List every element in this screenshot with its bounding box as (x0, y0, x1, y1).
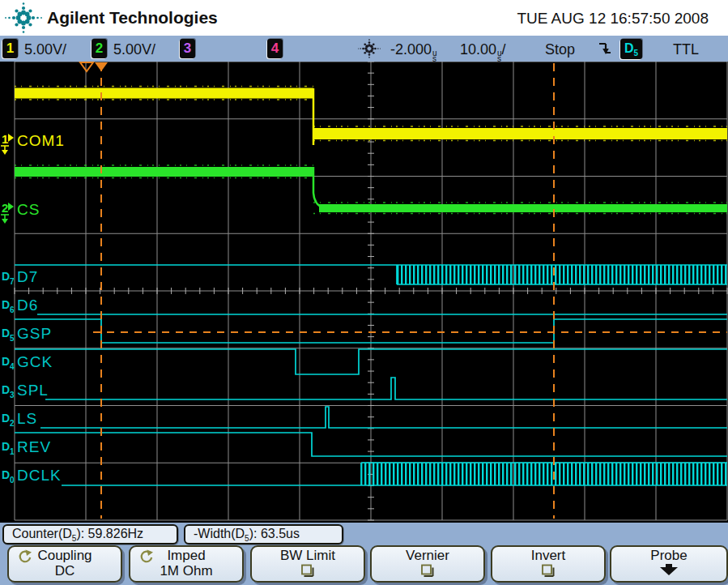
svg-text:7: 7 (10, 277, 15, 286)
svg-text:2: 2 (2, 201, 8, 215)
channel-label-SPL: SPL (17, 382, 49, 399)
bus-label-D1: D1 (2, 440, 15, 456)
trigger-falling-edge-icon (597, 40, 613, 58)
channel-label-GSP: GSP (17, 325, 52, 342)
counter-measurement-pill: Counter(D5): 59.826Hz (2, 524, 178, 544)
channel-label-LS: LS (17, 410, 37, 427)
scope-graticule: 1COM12CSD7D7D6D6D5GSPD4GCKD3SPLD2LSD1REV… (0, 62, 728, 523)
channel-label-COM1: COM1 (17, 132, 65, 149)
bus-label-D6: D6 (2, 298, 15, 314)
brand-title: Agilent Technologies (47, 8, 218, 28)
softkey-label: Vernier (406, 548, 449, 563)
bus-label-D3: D3 (2, 383, 15, 399)
bus-label-D0: D0 (2, 468, 15, 485)
softkey-label: BW Limit (280, 548, 335, 563)
svg-text:D: D (2, 412, 10, 425)
svg-text:1: 1 (2, 132, 8, 146)
trigger-source-badge: D5 (620, 39, 642, 59)
svg-text:D: D (2, 327, 10, 339)
bottom-panel: Counter(D5): 59.826Hz -Width(D5): 63.5us… (0, 523, 728, 585)
bus-label-D2: D2 (2, 412, 15, 428)
svg-text:D: D (2, 298, 10, 311)
channel-label-CS: CS (17, 201, 40, 218)
delay-readout: -2.000us (390, 41, 437, 62)
svg-text:0: 0 (10, 476, 15, 485)
ch2-scale: 5.00V/ (113, 41, 155, 58)
svg-text:2: 2 (10, 419, 15, 428)
softkey-probe[interactable]: Probe (610, 545, 728, 583)
softkey-label: Imped (167, 548, 205, 563)
oscilloscope-screen: Agilent Technologies TUE AUG 12 16:57:50… (0, 0, 728, 585)
ground-marker-ch2: 2 (1, 201, 14, 224)
softkey-coupling[interactable]: Coupling DC (7, 545, 122, 583)
checkbox-icon (540, 564, 556, 578)
svg-text:D: D (2, 355, 10, 368)
svg-text:D: D (2, 440, 10, 453)
softkey-label: Probe (650, 548, 687, 563)
svg-text:1: 1 (10, 447, 15, 456)
datetime-readout: TUE AUG 12 16:57:50 2008 (517, 10, 709, 28)
softkey-label: Invert (531, 548, 566, 563)
svg-text:3: 3 (10, 391, 15, 399)
bus-label-D4: D4 (2, 355, 15, 371)
channel-label-REV: REV (17, 438, 51, 455)
svg-text:6: 6 (10, 305, 15, 314)
bus-label-D7: D7 (2, 270, 15, 286)
svg-text:D: D (2, 270, 10, 283)
ch1-scale: 5.00V/ (24, 41, 66, 58)
ch2-badge: 2 (92, 39, 107, 58)
ch4-badge: 4 (267, 39, 283, 58)
channel-label-GCK: GCK (17, 353, 53, 370)
status-bar: 1 5.00V/ 2 5.00V/ 3 4 -2.000us 10.00us/ … (0, 36, 728, 62)
ground-marker-ch1: 1 (1, 132, 14, 155)
softkey-vernier[interactable]: Vernier (370, 545, 485, 583)
softkey-value: DC (55, 563, 75, 579)
agilent-spark-icon (5, 1, 44, 35)
bus-label-D5: D5 (2, 327, 15, 343)
ch3-badge: 3 (180, 39, 195, 58)
rotate-knob-icon (15, 549, 33, 564)
svg-text:D: D (2, 468, 10, 481)
softkey-invert[interactable]: Invert (491, 545, 606, 583)
header: Agilent Technologies TUE AUG 12 16:57:50… (0, 0, 728, 36)
svg-text:5: 5 (10, 334, 15, 343)
softkey-value: 1M Ohm (160, 563, 212, 579)
channel-label-DCLK: DCLK (17, 467, 62, 484)
svg-text:D: D (2, 383, 10, 396)
timebase-readout: 10.00us/ (460, 41, 506, 62)
run-state: Stop (545, 41, 575, 58)
acquisition-spark-icon (358, 38, 381, 60)
softkey-label: Coupling (37, 548, 92, 563)
softkey-bw-limit[interactable]: BW Limit (250, 545, 365, 583)
checkbox-icon (300, 564, 316, 578)
arrow-down-icon (655, 564, 683, 577)
ch1-badge: 1 (2, 39, 18, 58)
waveform-display: 1COM12CSD7D7D6D6D5GSPD4GCKD3SPLD2LSD1REV… (0, 62, 728, 523)
trace-SPL (45, 378, 727, 399)
trigger-marker-solid (95, 62, 108, 71)
channel-label-D7: D7 (17, 268, 38, 285)
trigger-marker-hollow (80, 62, 93, 71)
trace-LS (40, 407, 727, 428)
trace-DCLK (62, 463, 727, 485)
channel-label-D6: D6 (17, 297, 38, 314)
checkbox-icon (419, 564, 436, 578)
svg-text:4: 4 (10, 362, 15, 371)
width-measurement-pill: -Width(D5): 63.5us (184, 524, 343, 544)
rotate-knob-icon (137, 549, 155, 564)
softkey-impedance[interactable]: Imped 1M Ohm (129, 545, 244, 583)
trigger-level: TTL (673, 41, 699, 58)
